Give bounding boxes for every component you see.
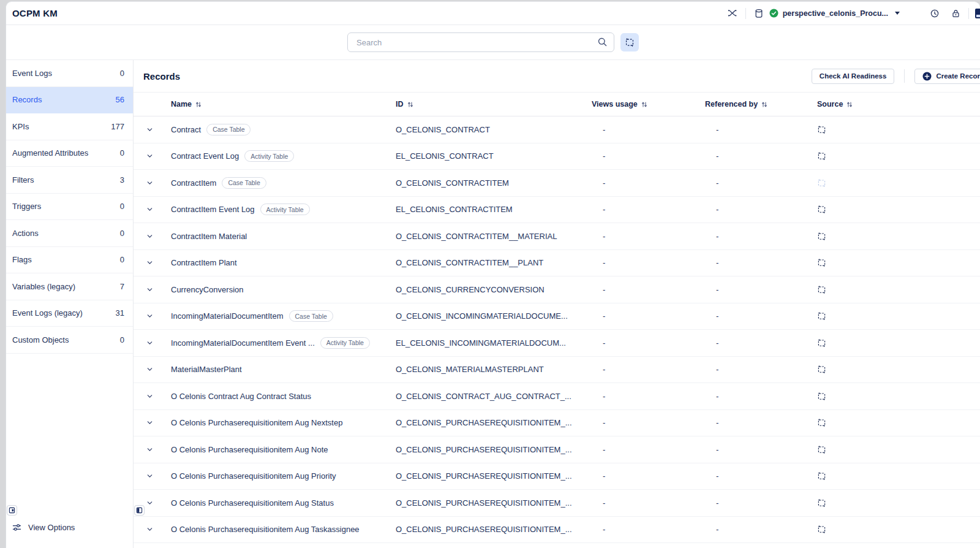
column-header-source[interactable]: Source bbox=[817, 100, 980, 108]
sidebar-item-augmented-attributes[interactable]: Augmented Attributes 0 bbox=[6, 140, 133, 167]
table-row[interactable]: O Celonis Purchaserequisitionitem Aug No… bbox=[134, 436, 980, 463]
column-header-name[interactable]: Name bbox=[160, 100, 396, 108]
table-row[interactable]: O Celonis Purchaserequisitionitem Aug Ne… bbox=[134, 410, 980, 437]
source-transform-icon[interactable] bbox=[817, 258, 980, 267]
view-options-button[interactable]: View Options bbox=[12, 523, 75, 532]
row-expand-chevron-icon[interactable] bbox=[134, 526, 160, 533]
sidebar-item-records[interactable]: Records 56 bbox=[6, 87, 133, 114]
table-row[interactable]: O Celonis Purchaserequisitionitem Aug Pr… bbox=[134, 463, 980, 490]
source-transform-icon[interactable] bbox=[817, 525, 980, 534]
row-expand-chevron-icon[interactable] bbox=[134, 393, 160, 400]
row-expand-chevron-icon[interactable] bbox=[134, 233, 160, 240]
table-row[interactable]: O Celonis Purchaserequisitionitem Aug St… bbox=[134, 490, 980, 517]
perspective-selector[interactable]: perspective_celonis_Procu... bbox=[769, 9, 900, 18]
sort-arrows-icon[interactable] bbox=[761, 101, 767, 108]
source-transform-icon[interactable] bbox=[817, 285, 980, 294]
row-expand-chevron-icon[interactable] bbox=[134, 366, 160, 373]
search-strip bbox=[6, 25, 980, 60]
data-model-button[interactable] bbox=[620, 33, 639, 51]
table-row[interactable]: Contract Event Log Activity Table EL_CEL… bbox=[134, 143, 980, 170]
sidebar-item-count: 177 bbox=[111, 122, 124, 131]
table-row[interactable]: CurrencyConversion O_CELONIS_CURRENCYCON… bbox=[134, 276, 980, 303]
sidebar-item-count: 0 bbox=[120, 202, 124, 211]
column-header-referenced-by[interactable]: Referenced by bbox=[705, 100, 817, 108]
table-row[interactable]: O Celonis Contract Aug Contract Status O… bbox=[134, 383, 980, 410]
source-transform-icon[interactable] bbox=[817, 311, 980, 321]
plus-circle-icon bbox=[922, 72, 932, 81]
table-row[interactable]: Contract Case Table O_CELONIS_CONTRACT -… bbox=[134, 116, 980, 143]
source-transform-icon[interactable] bbox=[817, 178, 980, 188]
sidebar-item-actions[interactable]: Actions 0 bbox=[6, 220, 133, 247]
create-record-button[interactable]: Create Record bbox=[914, 69, 980, 84]
table-row[interactable]: O Celonis Purchaserequisitionitem Aug Ta… bbox=[134, 517, 980, 544]
sidebar-item-label: Filters bbox=[12, 175, 34, 185]
sidebar-item-flags[interactable]: Flags 0 bbox=[6, 247, 133, 274]
search-icon[interactable] bbox=[597, 37, 608, 47]
source-transform-icon[interactable] bbox=[817, 471, 980, 481]
status-check-icon bbox=[769, 9, 778, 18]
check-ai-readiness-button[interactable]: Check AI Readiness bbox=[812, 69, 895, 84]
history-icon[interactable] bbox=[928, 7, 941, 20]
sidebar-item-filters[interactable]: Filters 3 bbox=[6, 167, 133, 194]
sidebar-item-event-logs-legacy-[interactable]: Event Logs (legacy) 31 bbox=[6, 300, 133, 327]
table-row[interactable]: ContractItem Event Log Activity Table EL… bbox=[134, 197, 980, 224]
source-transform-icon[interactable] bbox=[817, 498, 980, 508]
source-transform-icon[interactable] bbox=[817, 232, 980, 241]
row-expand-chevron-icon[interactable] bbox=[134, 313, 160, 319]
sidebar-collapse-icon[interactable] bbox=[134, 505, 145, 516]
source-transform-icon[interactable] bbox=[817, 365, 980, 374]
partial-app-icon[interactable] bbox=[975, 9, 980, 18]
column-header-views-usage[interactable]: Views usage bbox=[592, 100, 705, 108]
source-transform-icon[interactable] bbox=[817, 445, 980, 454]
table-row[interactable]: IncomingMaterialDocumentItem Event ... A… bbox=[134, 330, 980, 357]
record-id: EL_CELONIS_CONTRACT bbox=[396, 151, 592, 161]
lock-icon[interactable] bbox=[949, 7, 962, 20]
sidebar-item-count: 0 bbox=[120, 335, 124, 344]
record-name: ContractItem Event Log bbox=[171, 205, 255, 214]
row-expand-chevron-icon[interactable] bbox=[134, 286, 160, 293]
record-id: O_CELONIS_PURCHASEREQUISITIONITEM_... bbox=[396, 445, 592, 454]
sidebar-item-custom-objects[interactable]: Custom Objects 0 bbox=[6, 327, 133, 354]
source-transform-icon[interactable] bbox=[817, 205, 980, 214]
table-row[interactable]: MaterialMasterPlant O_CELONIS_MATERIALMA… bbox=[134, 357, 980, 384]
row-expand-chevron-icon[interactable] bbox=[134, 446, 160, 453]
sort-arrows-icon[interactable] bbox=[195, 101, 202, 108]
row-expand-chevron-icon[interactable] bbox=[134, 419, 160, 426]
database-icon[interactable] bbox=[752, 7, 766, 20]
row-expand-chevron-icon[interactable] bbox=[134, 153, 160, 159]
row-expand-chevron-icon[interactable] bbox=[134, 259, 160, 266]
table-row[interactable]: ContractItem Plant O_CELONIS_CONTRACTITE… bbox=[134, 250, 980, 277]
sidebar-item-variables-legacy-[interactable]: Variables (legacy) 7 bbox=[6, 273, 133, 300]
sort-arrows-icon[interactable] bbox=[407, 101, 413, 108]
row-expand-chevron-icon[interactable] bbox=[134, 340, 160, 346]
record-type-badge: Case Table bbox=[206, 124, 251, 135]
search-box bbox=[347, 32, 614, 52]
table-row[interactable]: ContractItem Material O_CELONIS_CONTRACT… bbox=[134, 223, 980, 250]
table-row[interactable]: IncomingMaterialDocumentItem Case Table … bbox=[134, 303, 980, 330]
chevron-down-icon bbox=[895, 12, 900, 15]
sidebar-item-kpis[interactable]: KPIs 177 bbox=[6, 113, 133, 140]
source-transform-icon[interactable] bbox=[817, 151, 980, 161]
search-input[interactable] bbox=[347, 32, 614, 52]
sort-arrows-icon[interactable] bbox=[846, 101, 853, 108]
row-expand-chevron-icon[interactable] bbox=[134, 206, 160, 213]
sort-arrows-icon[interactable] bbox=[641, 101, 647, 108]
views-usage-value: - bbox=[592, 205, 705, 214]
shuffle-icon[interactable] bbox=[726, 7, 739, 20]
sidebar-item-triggers[interactable]: Triggers 0 bbox=[6, 194, 133, 221]
sidebar-item-event-logs[interactable]: Event Logs 0 bbox=[6, 60, 133, 87]
panel-toggle-left-icon[interactable] bbox=[7, 505, 17, 516]
main-panel: Records Check AI Readiness Create Record bbox=[134, 60, 980, 548]
source-transform-icon[interactable] bbox=[817, 338, 980, 348]
row-expand-chevron-icon[interactable] bbox=[134, 126, 160, 133]
column-header-id[interactable]: ID bbox=[396, 100, 592, 108]
source-transform-icon[interactable] bbox=[817, 418, 980, 427]
source-transform-icon[interactable] bbox=[817, 392, 980, 401]
sidebar-item-label: KPIs bbox=[12, 122, 29, 131]
row-expand-chevron-icon[interactable] bbox=[134, 180, 160, 186]
row-expand-chevron-icon[interactable] bbox=[134, 473, 160, 479]
sidebar-list: Event Logs 0 Records 56 KPIs 177 Augment… bbox=[6, 60, 133, 354]
source-transform-icon[interactable] bbox=[817, 125, 980, 134]
table-row[interactable]: ContractItem Case Table O_CELONIS_CONTRA… bbox=[134, 170, 980, 197]
topbar-actions: perspective_celonis_Procu... bbox=[726, 7, 980, 20]
